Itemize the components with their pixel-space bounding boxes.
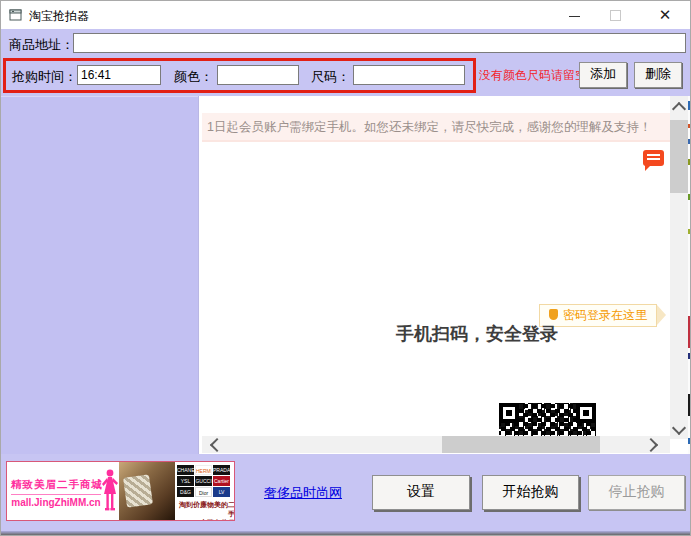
product-url-input[interactable]: [73, 33, 686, 53]
purchase-time-input[interactable]: [77, 65, 161, 85]
settings-button[interactable]: 设置: [372, 475, 470, 510]
banner-shop-name: 精致美眉二手商城: [11, 478, 101, 495]
left-panel: [1, 96, 198, 455]
scroll-down-icon[interactable]: [672, 421, 686, 435]
shield-icon: [549, 309, 558, 320]
qr-finder-icon: [576, 403, 596, 423]
brand-logo: LV: [213, 487, 230, 497]
add-button[interactable]: 添加: [579, 62, 627, 88]
color-size-hint: 没有颜色尺码请留空: [479, 67, 587, 84]
scroll-left-icon[interactable]: [210, 438, 224, 452]
brand-logo: YSL: [177, 476, 194, 486]
product-url-label: 商品地址：: [9, 36, 74, 54]
qr-finder-icon: [499, 403, 519, 423]
vertical-scrollbar[interactable]: [670, 96, 688, 439]
window-bottom-edge: [1, 531, 690, 535]
qr-code: [499, 403, 596, 436]
phone-binding-notice: 1日起会员账户需绑定手机。如您还未绑定，请尽快完成，感谢您的理解及支持！: [202, 113, 670, 142]
luxury-site-link[interactable]: 奢侈品时尚网: [264, 484, 342, 502]
scroll-right-icon[interactable]: [644, 438, 658, 452]
banner-slogan-line1: 淘到价廉物美的二手: [175, 500, 235, 518]
color-input[interactable]: [217, 65, 299, 85]
highlight-red-box: 抢购时间： 颜色： 尺码：: [3, 58, 476, 93]
maximize-button[interactable]: [599, 1, 631, 29]
size-input[interactable]: [353, 65, 465, 85]
ad-banner[interactable]: 精致美眉二手商城 mall.JingZhiMM.cn: [6, 461, 235, 521]
brand-logo: Dior: [195, 487, 212, 497]
brand-logo: PRADA: [213, 465, 230, 475]
message-icon[interactable]: [643, 150, 664, 166]
brand-logo: D&G: [177, 487, 194, 497]
horizontal-scroll-thumb[interactable]: [442, 436, 600, 453]
purchase-time-label: 抢购时间：: [12, 68, 77, 86]
tooltip-label: 密码登录在这里: [563, 308, 647, 322]
footer-bar: 精致美眉二手商城 mall.JingZhiMM.cn: [1, 454, 690, 536]
brand-logo-grid: CHANEL HERMES PRADA YSL GUCCI Cartier D&…: [177, 465, 234, 497]
banner-shop-url: mall.JingZhiMM.cn: [11, 497, 101, 508]
window-title: 淘宝抢拍器: [29, 8, 89, 25]
minimize-icon: [569, 16, 580, 17]
girl-silhouette-icon: [99, 468, 119, 520]
brand-logo: Cartier: [213, 476, 230, 486]
close-button[interactable]: ✕: [647, 1, 683, 29]
maximize-icon: [610, 10, 621, 21]
delete-button[interactable]: 删除: [634, 62, 682, 88]
vertical-scroll-thumb[interactable]: [670, 120, 688, 193]
brand-logo: CHANEL: [177, 465, 194, 475]
horizontal-scrollbar[interactable]: [202, 436, 670, 453]
stop-purchase-button: 停止抢购: [588, 475, 685, 510]
brand-logo: HERMES: [195, 465, 212, 475]
size-label: 尺码：: [311, 68, 350, 86]
banner-slogan: 淘到价廉物美的二手 大牌奢侈品: [175, 500, 235, 521]
start-purchase-button[interactable]: 开始抢购: [482, 475, 579, 510]
qr-login-heading: 手机扫码，安全登录: [396, 322, 558, 346]
app-window: 淘宝抢拍器 ✕ 商品地址： 抢购时间： 颜色： 尺码： 没有颜色尺码请留空 添加…: [0, 0, 691, 536]
login-webview: 1日起会员账户需绑定手机。如您还未绑定，请尽快完成，感谢您的理解及支持！ 密码登…: [198, 96, 691, 454]
scroll-up-icon[interactable]: [672, 102, 686, 116]
brand-logo: GUCCI: [195, 476, 212, 486]
minimize-button[interactable]: [558, 1, 590, 29]
banner-photo: [119, 462, 175, 520]
banner-slogan-line2: 大牌奢侈品: [175, 518, 235, 521]
color-label: 颜色：: [174, 68, 213, 86]
qr-pattern: [499, 403, 596, 436]
banner-text: 精致美眉二手商城 mall.JingZhiMM.cn: [11, 478, 101, 508]
app-icon: [9, 8, 23, 22]
title-bar: 淘宝抢拍器 ✕: [1, 1, 690, 29]
